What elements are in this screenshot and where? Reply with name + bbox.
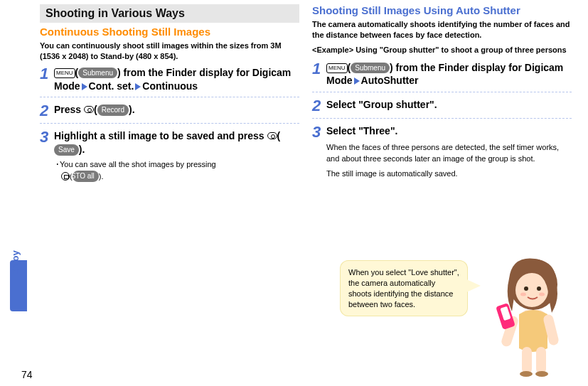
step-bullet: ･You can save all the shot images by pre… — [54, 159, 299, 182]
page-content: Shooting in Various Ways Continuous Shoo… — [0, 0, 588, 186]
step-2: 2 Press (Record). — [40, 103, 299, 119]
intro-text: You can continuously shoot still images … — [40, 41, 299, 62]
text: ). — [129, 104, 135, 115]
camera-key-icon — [61, 172, 70, 181]
example-row: <Example> Using "Group shutter" to shoot… — [312, 45, 572, 55]
step-3: 3 Select "Three". When the faces of thre… — [312, 124, 572, 179]
submenu-button-label: Submenu — [78, 68, 117, 79]
submenu-button-label: Submenu — [351, 63, 390, 74]
section-title: Shooting in Various Ways — [40, 4, 299, 23]
step-title: Select "Group shutter". — [326, 98, 572, 112]
text: ( — [277, 130, 281, 141]
text: Continuous — [142, 80, 198, 92]
step-title: MENU(Submenu) from the Finder display fo… — [326, 61, 572, 88]
svg-point-4 — [520, 293, 526, 296]
side-tab-label: Enjoy — [10, 240, 21, 286]
arrow-icon — [354, 77, 360, 85]
step-separator — [40, 123, 299, 124]
page-number: 74 — [21, 369, 33, 380]
svg-point-5 — [539, 293, 545, 296]
svg-rect-11 — [522, 347, 532, 374]
center-key-icon — [84, 106, 94, 113]
menu-key-icon: MENU — [326, 63, 348, 73]
text: ). — [99, 172, 104, 181]
step-number: 1 — [312, 61, 322, 88]
tip-callout: When you select "Love shutter", the came… — [340, 260, 468, 316]
step-title: Highlight a still image to be saved and … — [54, 129, 299, 156]
record-button-label: Record — [97, 104, 129, 116]
step-separator — [312, 92, 572, 92]
intro-text: The camera automatically shoots identify… — [312, 19, 572, 41]
center-key-icon — [267, 132, 277, 139]
subheading-autoshutter: Shooting Still Images Using Auto Shutter — [312, 4, 572, 16]
text: Cont. set. — [89, 80, 134, 92]
menu-key-icon: MENU — [54, 68, 75, 78]
left-column: Shooting in Various Ways Continuous Shoo… — [40, 4, 299, 186]
step-title: Press (Record). — [54, 103, 299, 117]
step-number: 2 — [40, 103, 50, 119]
text: Press — [54, 104, 84, 115]
step-note: The still image is automatically saved. — [326, 168, 572, 179]
text: ･You can save all the shot images by pre… — [55, 160, 216, 168]
svg-point-14 — [535, 371, 548, 377]
svg-rect-12 — [536, 347, 546, 374]
arrow-icon — [82, 83, 87, 90]
step-number: 3 — [312, 124, 322, 179]
text: ). — [79, 144, 85, 155]
sto-all-button-label: STO all — [73, 171, 99, 182]
arrow-icon — [135, 83, 141, 90]
text: AutoShutter — [361, 75, 419, 86]
right-column: Shooting Still Images Using Auto Shutter… — [312, 4, 572, 186]
step-title: Select "Three". — [326, 124, 572, 138]
text: Highlight a still image to be saved and … — [54, 130, 267, 141]
example-label: <Example> — [312, 45, 353, 54]
step-1: 1 MENU(Submenu) from the Finder display … — [312, 61, 572, 88]
subheading-continuous: Continuous Shooting Still Images — [40, 26, 299, 38]
svg-point-13 — [520, 371, 533, 377]
step-separator — [312, 118, 572, 119]
character-illustration — [483, 249, 576, 377]
step-number: 3 — [40, 129, 50, 182]
step-note: When the faces of three persons are dete… — [326, 142, 572, 164]
step-number: 2 — [312, 98, 322, 114]
step-number: 1 — [40, 66, 50, 93]
step-3: 3 Highlight a still image to be saved an… — [40, 129, 299, 182]
step-2: 2 Select "Group shutter". — [312, 98, 572, 114]
example-text: Using "Group shutter" to shoot a group o… — [356, 45, 566, 54]
step-title: MENU(Submenu) from the Finder display fo… — [54, 66, 299, 93]
step-separator — [40, 97, 299, 97]
svg-point-2 — [524, 286, 528, 291]
svg-point-3 — [537, 286, 541, 291]
step-1: 1 MENU(Submenu) from the Finder display … — [40, 66, 299, 93]
save-button-label: Save — [54, 144, 79, 156]
